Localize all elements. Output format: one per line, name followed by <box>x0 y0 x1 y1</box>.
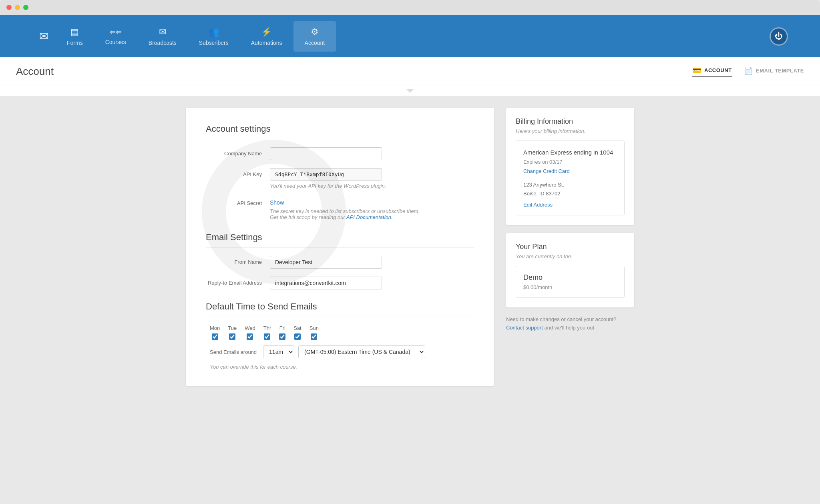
api-secret-help-end: . <box>391 214 393 220</box>
api-secret-help-text2: Get the full scoop by reading our <box>270 214 345 220</box>
email-template-tab-icon: 📄 <box>744 66 753 75</box>
api-key-input[interactable] <box>270 168 382 181</box>
plan-details-card: Demo $0.00/month <box>516 266 625 298</box>
reply-to-input[interactable] <box>270 277 382 289</box>
day-fri: Fri <box>279 325 285 340</box>
day-thr: Thr <box>263 325 271 340</box>
plan-name: Demo <box>523 273 617 282</box>
api-key-label: API Key <box>206 168 270 177</box>
day-mon: Mon <box>210 325 220 340</box>
forms-nav-icon: ▤ <box>70 27 79 37</box>
account-settings-title: Account settings <box>206 124 474 139</box>
change-credit-card-link[interactable]: Change Credit Card <box>523 168 617 174</box>
power-button[interactable]: ⏻ <box>770 27 788 46</box>
reply-to-row: Reply-to Email Address <box>206 277 474 289</box>
day-sun-label: Sun <box>310 325 319 331</box>
from-name-input[interactable] <box>270 256 382 269</box>
api-secret-label: API Secret <box>206 197 270 206</box>
subscribers-nav-icon: 👥 <box>208 27 219 37</box>
nav-item-forms[interactable]: ▤ Forms <box>56 21 94 52</box>
cancel-prefix: Need to make changes or cancel your acco… <box>506 316 616 322</box>
automations-nav-label: Automations <box>251 40 282 46</box>
page-title: Account <box>16 65 692 78</box>
day-mon-checkbox[interactable] <box>212 333 218 340</box>
day-sat-checkbox[interactable] <box>294 333 301 340</box>
api-secret-help: The secret key is needed to list subscri… <box>270 208 474 220</box>
api-key-field: You'll need your API key for the WordPre… <box>270 168 474 189</box>
day-tue: Tue <box>228 325 237 340</box>
billing-subtitle: Here's your billing information. <box>516 128 625 134</box>
api-secret-show-button[interactable]: Show <box>270 197 284 206</box>
nav-item-subscribers[interactable]: 👥 Subscribers <box>188 21 240 52</box>
day-tue-label: Tue <box>228 325 237 331</box>
account-tab-icon: 💳 <box>692 66 701 75</box>
default-time-section: Default Time to Send Emails Mon Tue Wed … <box>206 301 474 370</box>
day-wed: Wed <box>245 325 255 340</box>
day-wed-checkbox[interactable] <box>247 333 253 340</box>
page-header: Account 💳 ACCOUNT 📄 EMAIL TEMPLATE <box>0 57 820 86</box>
plan-subtitle: You are currently on the: <box>516 253 625 259</box>
maximize-button[interactable] <box>23 5 28 10</box>
forms-nav-label: Forms <box>67 40 83 46</box>
api-key-help: You'll need your API key for the WordPre… <box>270 183 474 189</box>
billing-card: Billing Information Here's your billing … <box>506 108 634 225</box>
account-tab-label: ACCOUNT <box>704 67 732 73</box>
billing-expires: Expires on 03/17 <box>523 159 617 165</box>
cancel-suffix: and we'll help you out. <box>543 325 596 331</box>
api-documentation-link[interactable]: API Documentation <box>346 214 391 220</box>
contact-support-link[interactable]: Contact support <box>506 325 543 331</box>
billing-address: 123 Anywhere St. Boise, ID 83702 <box>523 181 617 198</box>
time-override-note: You can override this for each course. <box>206 364 474 370</box>
plan-card: Your Plan You are currently on the: Demo… <box>506 233 634 307</box>
nav-item-account[interactable]: ⚙ Account <box>293 21 336 52</box>
plan-title: Your Plan <box>516 243 625 251</box>
days-row: Mon Tue Wed Thr Fri <box>206 325 474 340</box>
api-key-row: API Key You'll need your API key for the… <box>206 168 474 189</box>
timezone-select[interactable]: (GMT-05:00) Eastern Time (US & Canada) (… <box>298 345 425 358</box>
company-name-input[interactable] <box>270 147 382 160</box>
main-nav: ✉ ▤ Forms ⇐⇐ Courses ✉ Broadcasts 👥 Subs… <box>0 15 820 57</box>
close-button[interactable] <box>6 5 12 10</box>
email-template-tab-label: EMAIL TEMPLATE <box>756 68 804 74</box>
minimize-button[interactable] <box>15 5 20 10</box>
default-time-title: Default Time to Send Emails <box>206 301 474 317</box>
billing-card-title: American Express ending in 1004 <box>523 148 617 157</box>
nav-item-broadcasts[interactable]: ✉ Broadcasts <box>137 21 188 52</box>
day-sun-checkbox[interactable] <box>311 333 317 340</box>
edit-address-link[interactable]: Edit Address <box>523 202 553 208</box>
day-thr-checkbox[interactable] <box>264 333 270 340</box>
dropdown-indicator <box>0 86 820 96</box>
automations-nav-icon: ⚡ <box>261 27 272 37</box>
broadcasts-nav-icon: ✉ <box>159 27 166 37</box>
api-secret-help-text1: The secret key is needed to list subscri… <box>270 208 420 214</box>
nav-item-email[interactable]: ✉ <box>32 26 56 47</box>
day-mon-label: Mon <box>210 325 220 331</box>
courses-nav-icon: ⇐⇐ <box>110 28 122 36</box>
tab-account[interactable]: 💳 ACCOUNT <box>692 66 732 77</box>
from-name-row: From Name <box>206 256 474 269</box>
tab-email-template[interactable]: 📄 EMAIL TEMPLATE <box>744 66 804 77</box>
api-secret-field: Show The secret key is needed to list su… <box>270 197 474 220</box>
company-name-field <box>270 147 474 160</box>
day-sun: Sun <box>310 325 319 340</box>
nav-item-courses[interactable]: ⇐⇐ Courses <box>94 22 137 51</box>
cancel-text: Need to make changes or cancel your acco… <box>506 315 634 332</box>
reply-to-field <box>270 277 474 289</box>
account-nav-icon: ⚙ <box>311 27 319 37</box>
right-panel: Billing Information Here's your billing … <box>506 108 634 386</box>
power-icon: ⏻ <box>775 32 783 41</box>
courses-nav-label: Courses <box>105 39 126 45</box>
time-select[interactable]: 8am 9am 10am 11am 12pm 1pm 2pm <box>263 345 294 358</box>
from-name-field <box>270 256 474 269</box>
reply-to-label: Reply-to Email Address <box>206 277 270 286</box>
day-sat-label: Sat <box>293 325 301 331</box>
nav-item-automations[interactable]: ⚡ Automations <box>240 21 293 52</box>
broadcasts-nav-label: Broadcasts <box>149 40 177 46</box>
left-panel: Account settings Company Name API Key Yo… <box>186 108 494 386</box>
main-content: Account settings Company Name API Key Yo… <box>170 96 650 398</box>
billing-address-line1: 123 Anywhere St. <box>523 181 617 189</box>
day-wed-label: Wed <box>245 325 255 331</box>
day-sat: Sat <box>293 325 301 340</box>
day-fri-checkbox[interactable] <box>279 333 285 340</box>
day-tue-checkbox[interactable] <box>229 333 235 340</box>
